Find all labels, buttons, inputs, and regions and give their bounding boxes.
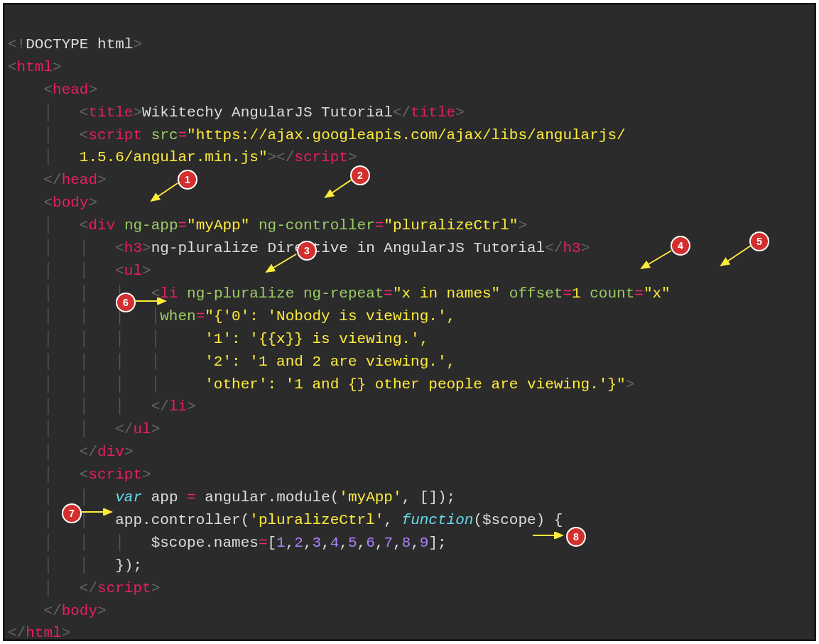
- screenshot-container: <!DOCTYPE html> <html> <head> │ <title>W…: [0, 0, 819, 644]
- arrow-7: [80, 508, 115, 515]
- arrow-1: [148, 181, 180, 204]
- annotation-badge-3: 3: [297, 241, 317, 261]
- arrow-3: [263, 252, 298, 275]
- annotation-badge-4: 4: [671, 236, 690, 256]
- arrow-4: [638, 249, 673, 271]
- svg-line-7: [641, 251, 671, 268]
- arrow-8: [531, 532, 566, 539]
- svg-line-3: [325, 180, 352, 197]
- annotation-badge-7: 7: [62, 503, 82, 523]
- svg-line-9: [721, 246, 751, 266]
- code-text: <!: [8, 36, 26, 53]
- arrow-6: [134, 298, 169, 305]
- arrow-2: [322, 178, 354, 200]
- annotation-badge-5: 5: [749, 231, 769, 251]
- annotation-badge-1: 1: [178, 170, 197, 190]
- annotation-badge-2: 2: [350, 165, 370, 185]
- annotation-badge-8: 8: [566, 527, 586, 547]
- annotation-badge-6: 6: [116, 293, 136, 312]
- code-editor: <!DOCTYPE html> <html> <head> │ <title>W…: [3, 3, 816, 641]
- arrow-5: [717, 244, 753, 268]
- svg-line-1: [151, 183, 178, 201]
- svg-line-5: [266, 254, 296, 272]
